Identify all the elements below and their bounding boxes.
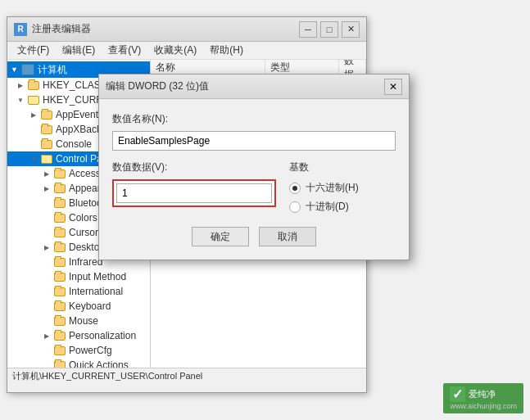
- folder-icon-personalization: [53, 329, 66, 342]
- base-label: 基数: [289, 160, 396, 174]
- tree-item-personalization[interactable]: ▶ Personalization: [7, 328, 150, 343]
- arrow-appevents: ▶: [27, 108, 40, 121]
- confirm-button[interactable]: 确定: [192, 227, 249, 246]
- arrow-hkcr: ▶: [14, 79, 27, 92]
- arrow-hkcu: ▼: [14, 93, 27, 106]
- menu-view[interactable]: 查看(V): [102, 42, 147, 59]
- arrow-infrared: ▶: [40, 255, 53, 269]
- tree-label-appevents: AppEvents: [56, 109, 103, 120]
- arrow-personalization: ▶: [40, 329, 53, 342]
- value-left: 数值数据(V):: [112, 160, 276, 214]
- tree-label-mouse: Mouse: [69, 315, 98, 327]
- dialog-title-text: 编辑 DWORD (32 位)值: [106, 79, 384, 93]
- name-label: 数值名称(N):: [112, 112, 396, 126]
- window-controls: ─ □ ✕: [299, 21, 360, 38]
- arrow-desktop: ▶: [40, 241, 53, 254]
- tree-item-keyboard[interactable]: ▶ Keyboard: [7, 299, 150, 314]
- tree-item-mouse[interactable]: ▶ Mouse: [7, 314, 150, 328]
- folder-icon-hkcr: [27, 79, 40, 92]
- arrow-console: ▶: [27, 138, 40, 151]
- tree-label-powercfg: PowerCfg: [69, 345, 112, 356]
- menu-help[interactable]: 帮助(H): [203, 42, 250, 59]
- tree-label-inputmethod: Input Method: [69, 271, 126, 282]
- folder-icon-keyboard: [53, 300, 66, 313]
- arrow-controlpanel: ▼: [27, 152, 40, 165]
- tree-label-keyboard: Keyboard: [69, 300, 111, 312]
- radio-group: 十六进制(H) 十进制(D): [289, 181, 396, 214]
- menu-file[interactable]: 文件(F): [11, 42, 56, 59]
- status-text: 计算机\HKEY_CURRENT_USER\Control Panel: [12, 370, 202, 382]
- folder-icon-colors: [53, 211, 66, 224]
- tree-label-colors: Colors: [69, 212, 97, 224]
- arrow-powercfg: ▶: [40, 344, 53, 357]
- arrow-appxbackup: ▶: [27, 123, 40, 136]
- dialog-body: 数值名称(N): 数值数据(V): 基数 十六进制(H): [99, 99, 409, 260]
- menu-favorites[interactable]: 收藏夹(A): [147, 42, 203, 59]
- folder-icon-appevents: [40, 108, 53, 121]
- status-bar: 计算机\HKEY_CURRENT_USER\Control Panel: [7, 368, 366, 384]
- radio-dec[interactable]: 十进制(D): [289, 200, 396, 214]
- tree-label-console: Console: [56, 138, 92, 150]
- minimize-button[interactable]: ─: [299, 21, 317, 38]
- radio-hex-circle: [289, 183, 301, 194]
- tree-item-powercfg[interactable]: ▶ PowerCfg: [7, 343, 150, 358]
- tree-label-international: International: [69, 286, 123, 297]
- value-label: 数值数据(V):: [112, 160, 276, 174]
- tree-item-inputmethod[interactable]: ▶ Input Method: [7, 269, 150, 284]
- folder-icon-desktop: [53, 241, 66, 254]
- tree-label-quickactions: Quick Actions: [69, 359, 129, 368]
- close-button[interactable]: ✕: [342, 21, 360, 38]
- folder-icon-cursors: [53, 226, 66, 239]
- folder-icon-appearance: [53, 182, 66, 195]
- menu-edit[interactable]: 编辑(E): [56, 42, 102, 59]
- radio-hex[interactable]: 十六进制(H): [289, 181, 396, 195]
- tree-label-computer: 计算机: [38, 63, 67, 77]
- arrow-mouse: ▶: [40, 314, 53, 327]
- tree-label-personalization: Personalization: [69, 330, 136, 341]
- edit-dword-dialog: 编辑 DWORD (32 位)值 ✕ 数值名称(N): 数值数据(V): 基数: [98, 74, 410, 260]
- folder-icon-bluetooth: [53, 196, 66, 210]
- tree-item-international[interactable]: ▶ International: [7, 284, 150, 299]
- watermark-line2: www.aichunjing.com: [450, 402, 517, 410]
- folder-icon-mouse: [53, 314, 66, 327]
- title-bar: R 注册表编辑器 ─ □ ✕: [7, 17, 366, 42]
- folder-icon-accessibility: [53, 167, 66, 180]
- app-icon: R: [14, 23, 27, 36]
- name-input[interactable]: [112, 131, 396, 151]
- dialog-close-button[interactable]: ✕: [384, 79, 402, 95]
- arrow-quickactions: ▶: [40, 359, 53, 368]
- folder-icon-appxbackup: [40, 123, 53, 136]
- radio-dec-label: 十进制(D): [306, 200, 349, 214]
- base-section: 基数 十六进制(H) 十进制(D): [289, 160, 396, 214]
- arrow-bluetooth: ▶: [40, 196, 53, 210]
- arrow-international: ▶: [40, 285, 53, 298]
- arrow-colors: ▶: [40, 211, 53, 224]
- dialog-title-bar: 编辑 DWORD (32 位)值 ✕: [99, 75, 409, 99]
- watermark-line1: ✓ 爱纯净: [450, 386, 517, 402]
- folder-icon-console: [40, 138, 53, 151]
- arrow-appearance: ▶: [40, 182, 53, 195]
- folder-icon-powercfg: [53, 344, 66, 357]
- menu-bar: 文件(F) 编辑(E) 查看(V) 收藏夹(A) 帮助(H): [7, 42, 366, 60]
- value-input-wrapper: [112, 179, 276, 207]
- folder-icon-hkcu: [27, 93, 40, 106]
- folder-icon-infrared: [53, 255, 66, 269]
- folder-icon-inputmethod: [53, 270, 66, 283]
- radio-hex-label: 十六进制(H): [306, 181, 359, 195]
- maximize-button[interactable]: □: [320, 21, 338, 38]
- folder-icon-quickactions: [53, 359, 66, 368]
- value-input[interactable]: [116, 183, 272, 203]
- value-section: 数值数据(V): 基数 十六进制(H) 十进制(D): [112, 160, 396, 214]
- watermark: ✓ 爱纯净 www.aichunjing.com: [443, 383, 523, 413]
- window-title: 注册表编辑器: [32, 22, 299, 36]
- arrow-accessibility: ▶: [40, 167, 53, 180]
- arrow-cursors: ▶: [40, 226, 53, 239]
- arrow-keyboard: ▶: [40, 300, 53, 313]
- radio-dec-circle: [289, 201, 301, 213]
- tree-item-quickactions[interactable]: ▶ Quick Actions: [7, 358, 150, 368]
- arrow-inputmethod: ▶: [40, 270, 53, 283]
- dialog-buttons: 确定 取消: [112, 227, 396, 246]
- folder-icon-controlpanel: [40, 152, 53, 165]
- cancel-button[interactable]: 取消: [259, 227, 316, 246]
- folder-icon-international: [53, 285, 66, 298]
